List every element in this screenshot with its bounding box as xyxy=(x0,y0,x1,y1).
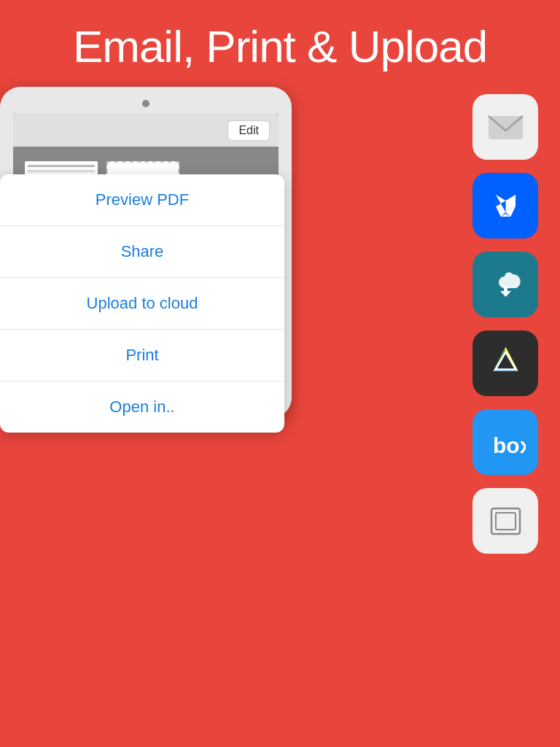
svg-rect-16 xyxy=(496,513,516,530)
main-content: Edit xyxy=(0,87,560,554)
print-icon xyxy=(486,501,526,541)
box-icon-button[interactable]: box xyxy=(472,409,538,475)
google-drive-icon xyxy=(486,344,526,384)
menu-item-open-in[interactable]: Open in.. xyxy=(0,382,284,433)
mail-icon-button[interactable] xyxy=(472,94,538,160)
menu-item-share[interactable]: Share xyxy=(0,226,284,278)
icons-column: box xyxy=(465,87,545,554)
svg-marker-7 xyxy=(500,291,511,297)
menu-item-print[interactable]: Print xyxy=(0,330,284,382)
menu-item-upload-to-cloud[interactable]: Upload to cloud xyxy=(0,278,284,330)
camera-dot xyxy=(142,100,149,107)
page-title: Email, Print & Upload xyxy=(15,20,545,72)
google-drive-icon-button[interactable] xyxy=(472,330,538,396)
svg-marker-13 xyxy=(495,352,516,369)
print-icon-button[interactable] xyxy=(472,488,538,554)
box-icon: box xyxy=(486,422,526,462)
header: Email, Print & Upload xyxy=(0,0,560,87)
cloudapp-icon-button[interactable] xyxy=(472,252,538,317)
ipad-mockup: Edit xyxy=(0,87,314,418)
dropbox-icon xyxy=(486,186,526,226)
menu-item-preview-pdf[interactable]: Preview PDF xyxy=(0,174,284,226)
mail-icon xyxy=(486,107,526,147)
svg-text:box: box xyxy=(493,433,526,457)
edit-button[interactable]: Edit xyxy=(228,120,270,141)
action-menu: Preview PDF Share Upload to cloud Print … xyxy=(0,174,284,433)
cloudapp-icon xyxy=(486,265,526,305)
dropbox-icon-button[interactable] xyxy=(472,173,538,239)
screen-toolbar: Edit xyxy=(13,113,279,147)
